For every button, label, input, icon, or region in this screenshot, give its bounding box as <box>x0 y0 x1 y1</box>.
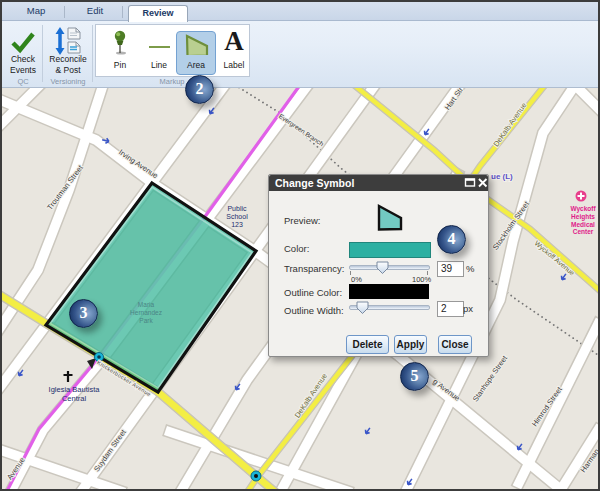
svg-text:Heights: Heights <box>571 213 595 221</box>
svg-text:ue (L): ue (L) <box>491 172 513 181</box>
svg-text:Hernandez: Hernandez <box>130 309 162 316</box>
svg-text:Iglesia Bautista: Iglesia Bautista <box>49 385 101 394</box>
svg-text:Wyckoff: Wyckoff <box>570 205 596 213</box>
svg-text:Park: Park <box>139 317 153 324</box>
svg-text:Public: Public <box>227 205 247 212</box>
svg-text:School: School <box>226 213 248 220</box>
svg-text:Medical: Medical <box>571 221 595 228</box>
svg-text:Maria: Maria <box>138 301 155 308</box>
svg-text:123: 123 <box>231 221 243 228</box>
svg-text:Center: Center <box>573 228 594 235</box>
svg-text:Central: Central <box>62 394 87 403</box>
